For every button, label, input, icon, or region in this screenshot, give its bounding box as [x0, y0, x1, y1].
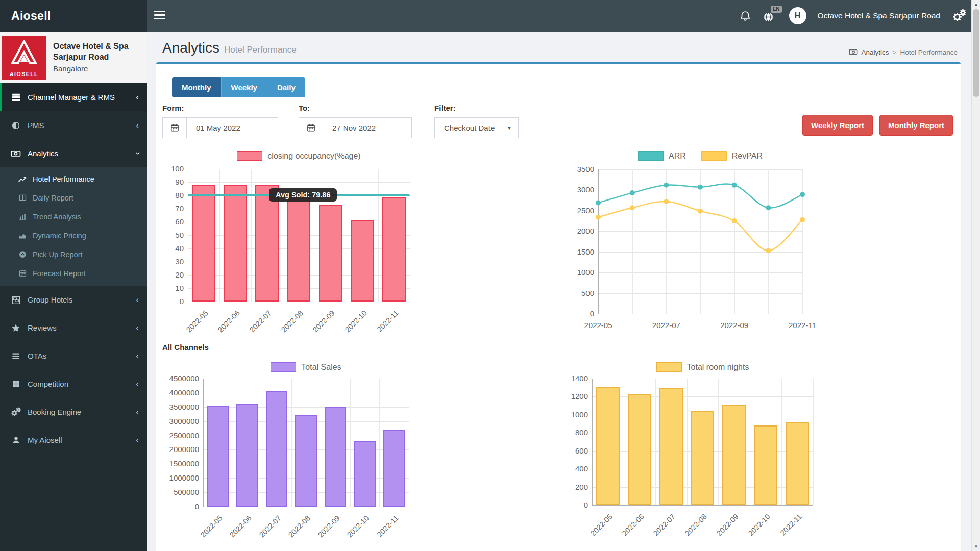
- monthly-report-button[interactable]: Monthly Report: [879, 115, 953, 136]
- legend-item[interactable]: Total Sales: [271, 362, 341, 372]
- breadcrumb-analytics[interactable]: Analytics: [862, 48, 889, 56]
- sidebar-item-otas[interactable]: OTAs‹: [0, 342, 147, 370]
- y-axis-tick: 4500000: [151, 374, 199, 383]
- sidebar-item-reviews[interactable]: Reviews‹: [0, 314, 147, 342]
- page-title: Analytics: [162, 40, 219, 56]
- sidebar-item-my-aiosell[interactable]: My Aiosell‹: [0, 426, 147, 454]
- chevron-icon: ‹: [136, 323, 139, 332]
- y-axis-tick: 500000: [151, 488, 199, 496]
- gridline: [378, 169, 379, 302]
- chart-legend: ARRRevPAR: [598, 151, 802, 161]
- bar-2022-10: [354, 441, 376, 507]
- brand-logo[interactable]: Aiosell: [0, 0, 147, 32]
- hotel-logo: AIOSELL: [2, 36, 46, 80]
- bar-2022-08: [295, 415, 317, 507]
- legend-item[interactable]: ARR: [638, 151, 686, 161]
- weekly-report-button[interactable]: Weekly Report: [802, 115, 873, 136]
- chevron-icon: ‹: [136, 352, 139, 360]
- gridline: [262, 379, 262, 507]
- chart-legend: Total room nights: [592, 362, 813, 372]
- gridline: [203, 379, 204, 507]
- sidebar-item-label: Pick Up Report: [33, 251, 83, 259]
- bar-2022-05: [207, 406, 229, 507]
- y-axis-tick: 3500000: [151, 403, 199, 411]
- gridline: [655, 379, 656, 505]
- sidebar-item-group-hotels[interactable]: Group Hotels‹: [0, 286, 147, 314]
- sidebar-item-pms[interactable]: PMS‹: [0, 111, 147, 139]
- y-axis-tick: 200: [550, 483, 588, 491]
- notifications-bell-icon[interactable]: [739, 10, 751, 22]
- gridline: [347, 169, 347, 302]
- bar-2022-06: [628, 394, 651, 505]
- bar-2022-11: [786, 422, 809, 505]
- y-axis-tick: 50: [153, 231, 184, 239]
- sidebar-toggle-icon[interactable]: [154, 11, 166, 21]
- y-axis-tick: 0: [151, 502, 199, 511]
- sidebar-item-pick-up-report[interactable]: Pick Up Report: [0, 245, 147, 264]
- sidebar-item-daily-report[interactable]: Daily Report: [0, 188, 147, 207]
- sidebar-item-label: Daily Report: [33, 194, 74, 202]
- sidebar-item-label: Group Hotels: [28, 295, 72, 304]
- sidebar-item-trend-analysis[interactable]: Trend Analysis: [0, 207, 147, 226]
- language-badge: EN: [771, 6, 782, 13]
- scroll-down-arrow[interactable]: ▼: [972, 542, 980, 551]
- to-date-input[interactable]: 27 Nov 2022: [299, 117, 412, 138]
- legend-label: ARR: [669, 152, 686, 161]
- y-axis-tick: 600: [550, 446, 588, 455]
- from-date-input[interactable]: 01 May 2022: [162, 117, 278, 138]
- gridline: [203, 393, 409, 393]
- y-axis-tick: 500: [558, 289, 594, 297]
- legend-item[interactable]: RevPAR: [701, 151, 763, 161]
- y-axis-tick: 1400: [550, 374, 588, 383]
- tab-monthly[interactable]: Monthly: [172, 77, 222, 97]
- analytics-icon: [10, 148, 21, 159]
- tab-daily[interactable]: Daily: [267, 77, 305, 97]
- calendar-icon: [163, 118, 187, 138]
- bar-2022-07: [659, 388, 683, 505]
- chevron-down-icon: ▼: [507, 125, 512, 131]
- scroll-up-arrow[interactable]: ▲: [972, 0, 980, 9]
- gridline: [219, 169, 220, 302]
- sidebar-item-dynamic-pricing[interactable]: Dynamic Pricing: [0, 226, 147, 245]
- sidebar-item-label: Forecast Report: [33, 269, 86, 278]
- to-date-value: 27 Nov 2022: [323, 123, 376, 132]
- gridline: [813, 379, 814, 505]
- y-axis-tick: 1500: [558, 247, 594, 256]
- y-axis-tick: 70: [153, 204, 184, 213]
- all-channels-header: All Channels: [162, 343, 209, 352]
- settings-cogs-icon[interactable]: [951, 8, 967, 23]
- gridline: [233, 379, 233, 507]
- area-chart-icon: [17, 231, 28, 240]
- sidebar-item-label: Trend Analysis: [33, 213, 81, 221]
- vertical-scrollbar[interactable]: ▲ ▼: [971, 0, 980, 551]
- chart-legend: closing occupancy(%age): [188, 151, 410, 161]
- scrollbar-thumb[interactable]: [973, 9, 979, 97]
- line-chart-canvas: [592, 163, 808, 320]
- sidebar-item-forecast-report[interactable]: Forecast Report: [0, 264, 147, 283]
- sidebar-item-hotel-performance[interactable]: Hotel Performance: [0, 169, 147, 188]
- sidebar-item-booking-engine[interactable]: Booking Engine‹: [0, 398, 147, 426]
- bar-2022-07: [255, 185, 279, 302]
- y-axis-tick: 3000000: [151, 417, 199, 425]
- user-avatar[interactable]: H: [789, 7, 806, 24]
- y-axis-tick: 90: [153, 178, 184, 186]
- y-axis-tick: 0: [550, 500, 588, 509]
- page-subtitle: Hotel Performance: [224, 45, 297, 55]
- y-axis-tick: 60: [153, 217, 184, 226]
- navbar-hotel-name[interactable]: Octave Hotel & Spa Sarjapur Road: [818, 11, 940, 20]
- sidebar-item-channel-manager-rms[interactable]: Channel Manager & RMS‹: [0, 83, 147, 111]
- filter-select[interactable]: Checkout Date ▼: [434, 117, 519, 138]
- gridline: [188, 169, 410, 169]
- language-selector[interactable]: EN: [763, 7, 778, 25]
- legend-swatch: [271, 362, 296, 372]
- legend-item[interactable]: closing occupancy(%age): [237, 151, 360, 161]
- sidebar-item-analytics[interactable]: Analytics‹: [0, 139, 147, 167]
- legend-item[interactable]: Total room nights: [656, 362, 749, 372]
- sidebar-item-competition[interactable]: Competition‹: [0, 370, 147, 398]
- sidebar-hotel-name: Octave Hotel & Spa Sarjapur Road: [53, 41, 129, 63]
- y-axis-tick: 3500: [558, 165, 594, 173]
- tab-weekly[interactable]: Weekly: [222, 77, 267, 97]
- gridline: [409, 379, 409, 507]
- chevron-icon: ‹: [133, 152, 142, 155]
- bar-2022-07: [266, 391, 288, 507]
